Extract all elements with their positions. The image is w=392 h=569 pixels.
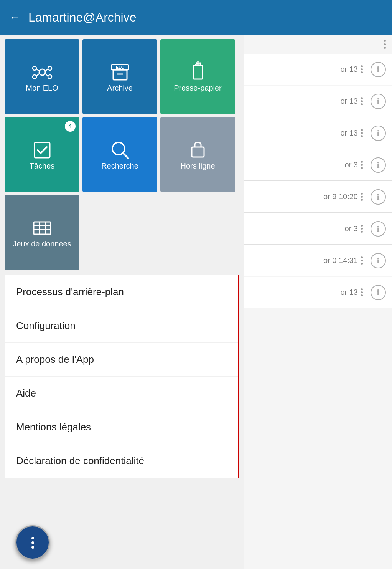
tile-presse-papier-label: Presse-papier	[174, 84, 222, 93]
list-item-subtext: or 13	[340, 288, 358, 297]
svg-rect-10	[113, 70, 127, 80]
tile-recherche[interactable]: Recherche	[82, 117, 157, 192]
tile-jeux-donnees-label: Jeux de données	[13, 240, 71, 248]
list-item[interactable]: or 13 ℹ	[242, 86, 392, 117]
list-item-info: or 3	[248, 160, 358, 169]
item-more-button[interactable]	[361, 288, 363, 296]
svg-line-5	[36, 69, 39, 71]
list-item-info: or 13	[248, 288, 358, 297]
menu-item-background-process[interactable]: Processus d'arrière-plan	[5, 275, 238, 309]
list-item-subtext: or 3	[345, 224, 358, 233]
list-item-info: or 13	[248, 129, 358, 137]
info-icon[interactable]: ℹ	[371, 253, 386, 268]
list-item-subtext: or 0 14:31	[323, 256, 358, 265]
fab-dots-icon	[31, 537, 34, 549]
list-item[interactable]: or 13 ℹ	[242, 54, 392, 85]
fab-dot1	[31, 537, 34, 539]
item-more-button[interactable]	[361, 256, 363, 265]
jeux-donnees-icon	[31, 217, 54, 240]
dot1	[384, 40, 386, 42]
list-item-info: or 13	[248, 97, 358, 106]
fab-button[interactable]	[15, 525, 50, 560]
svg-line-6	[45, 69, 48, 71]
svg-point-0	[39, 69, 45, 75]
svg-point-1	[33, 66, 36, 70]
menu-item-mentions-legales[interactable]: Mentions légales	[5, 410, 238, 444]
taches-icon	[31, 139, 54, 162]
left-panel: Mon ELO ELO Archive Presse-papier 4	[0, 35, 244, 569]
info-icon[interactable]: ℹ	[371, 126, 386, 141]
info-icon[interactable]: ℹ	[371, 285, 386, 300]
svg-text:ELO: ELO	[115, 65, 124, 69]
list-item[interactable]: or 9 10:20 ℹ	[242, 181, 392, 213]
info-icon[interactable]: ℹ	[371, 94, 386, 109]
list-item-subtext: or 9 10:20	[323, 192, 358, 201]
mon-elo-icon	[31, 61, 54, 84]
fab-dot3	[31, 546, 34, 549]
svg-line-7	[36, 74, 39, 76]
list-item[interactable]: or 3 ℹ	[242, 213, 392, 245]
list-item-info: or 0 14:31	[248, 256, 358, 265]
list-item[interactable]: or 13 ℹ	[242, 277, 392, 308]
presse-papier-icon	[186, 61, 209, 84]
list-item-subtext: or 13	[340, 65, 358, 74]
tile-hors-ligne-label: Hors ligne	[180, 162, 215, 170]
tile-archive-label: Archive	[107, 84, 133, 93]
menu-item-aide[interactable]: Aide	[5, 377, 238, 410]
svg-point-4	[48, 75, 52, 79]
back-button[interactable]: ←	[9, 11, 21, 24]
menu-item-about-app[interactable]: A propos de l'App	[5, 343, 238, 377]
archive-icon: ELO	[109, 61, 132, 84]
item-more-button[interactable]	[361, 97, 363, 105]
info-icon[interactable]: ℹ	[371, 157, 386, 173]
svg-line-8	[45, 74, 48, 76]
taches-badge: 4	[65, 121, 76, 132]
item-more-button[interactable]	[361, 65, 363, 73]
tile-jeux-donnees[interactable]: Jeux de données	[5, 195, 79, 270]
list-container: or 13 ℹ or 13 ℹ or 13	[242, 54, 392, 308]
list-item-subtext: or 13	[340, 97, 358, 106]
item-more-button[interactable]	[361, 225, 363, 233]
svg-rect-18	[192, 147, 204, 157]
list-item-info: or 3	[248, 224, 358, 233]
top-right-dots[interactable]	[384, 40, 386, 49]
item-more-button[interactable]	[361, 129, 363, 137]
menu-item-configuration[interactable]: Configuration	[5, 309, 238, 343]
list-item[interactable]: or 13 ℹ	[242, 117, 392, 149]
list-item-info: or 9 10:20	[248, 192, 358, 201]
header: ← Lamartine@Archive	[0, 0, 392, 35]
svg-line-17	[123, 153, 128, 159]
list-item-info: or 13	[248, 65, 358, 74]
recherche-icon	[109, 139, 132, 162]
tile-mon-elo[interactable]: Mon ELO	[5, 39, 79, 114]
svg-rect-13	[193, 65, 203, 79]
menu-items-container: Processus d'arrière-plan Configuration A…	[5, 275, 239, 478]
list-item-subtext: or 13	[340, 129, 358, 137]
svg-point-2	[48, 66, 52, 70]
tile-recherche-label: Recherche	[101, 162, 138, 170]
list-item-subtext: or 3	[345, 160, 358, 169]
right-panel: or 13 ℹ or 13 ℹ or 13	[242, 35, 392, 569]
tile-archive[interactable]: ELO Archive	[82, 39, 157, 114]
tile-hors-ligne[interactable]: Hors ligne	[160, 117, 235, 192]
dot3	[384, 47, 386, 49]
tile-taches-label: Tâches	[30, 162, 55, 170]
tiles-grid: Mon ELO ELO Archive Presse-papier 4	[0, 35, 244, 275]
info-icon[interactable]: ℹ	[371, 62, 386, 77]
info-icon[interactable]: ℹ	[371, 221, 386, 237]
tile-mon-elo-label: Mon ELO	[26, 84, 58, 93]
tile-taches[interactable]: 4 Tâches	[5, 117, 79, 192]
menu-item-confidentiality[interactable]: Déclaration de confidentialité	[5, 444, 238, 478]
item-more-button[interactable]	[361, 193, 363, 201]
fab-dot2	[31, 541, 34, 544]
hors-ligne-icon	[186, 139, 209, 162]
svg-rect-19	[34, 222, 51, 234]
list-item[interactable]: or 0 14:31 ℹ	[242, 245, 392, 276]
item-more-button[interactable]	[361, 161, 363, 169]
svg-point-3	[33, 75, 36, 79]
list-item[interactable]: or 3 ℹ	[242, 149, 392, 181]
header-title: Lamartine@Archive	[28, 10, 136, 25]
info-icon[interactable]: ℹ	[371, 189, 386, 205]
dot2	[384, 43, 386, 45]
tile-presse-papier[interactable]: Presse-papier	[160, 39, 235, 114]
